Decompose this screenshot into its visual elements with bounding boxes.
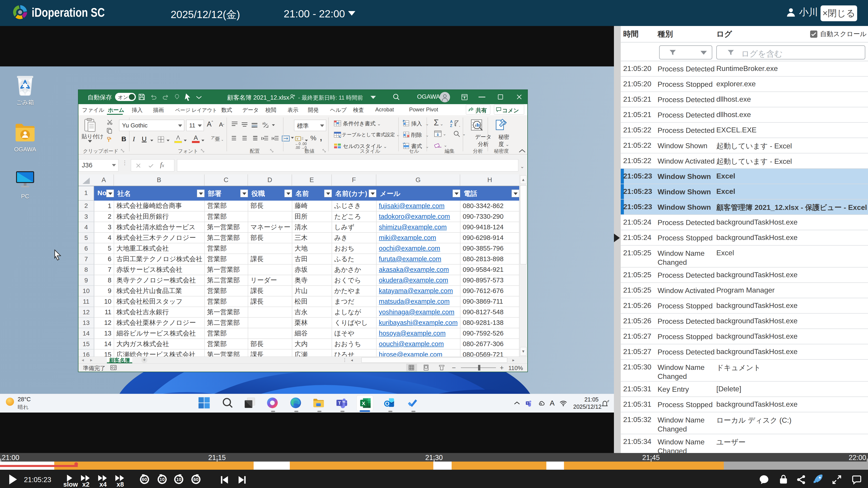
svg-text:O: O	[385, 400, 389, 407]
svg-text:T: T	[338, 400, 341, 405]
svg-text:10: 10	[176, 477, 181, 482]
svg-text:Z: Z	[450, 124, 452, 128]
svg-text:¥: ¥	[296, 137, 298, 140]
svg-text:A: A	[450, 120, 453, 124]
svg-text:60: 60	[193, 477, 198, 482]
svg-text:⌄: ⌄	[459, 124, 460, 127]
svg-text:ab: ab	[262, 122, 266, 125]
svg-text:10: 10	[160, 477, 164, 482]
svg-text:60: 60	[142, 477, 147, 482]
svg-text:z: z	[608, 400, 609, 402]
svg-text:X: X	[362, 400, 365, 406]
svg-text:T: T	[527, 402, 528, 404]
